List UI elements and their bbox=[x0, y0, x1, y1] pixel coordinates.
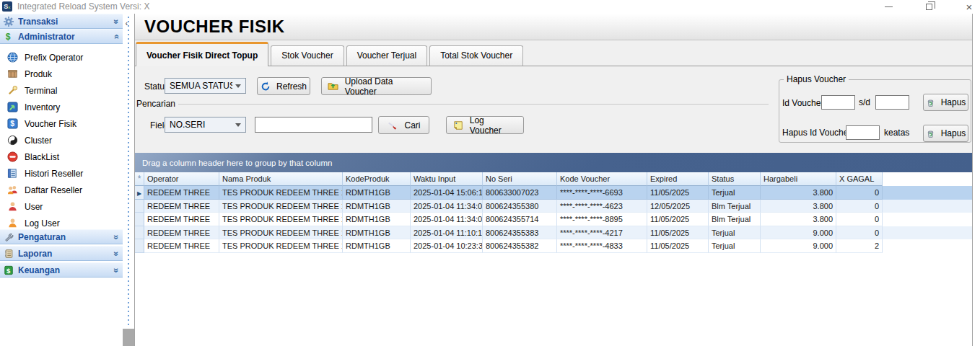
grid-cell-status[interactable]: Terjual bbox=[709, 239, 761, 253]
grid-cell-kode-voucher[interactable]: ****-****-****-6693 bbox=[557, 186, 647, 200]
grid-cell-kode-voucher[interactable]: ****-****-****-4833 bbox=[557, 239, 647, 253]
grid-cell-hargabeli[interactable]: 3.800 bbox=[761, 213, 836, 226]
grid-cell-expired[interactable]: 11/05/2025 bbox=[647, 186, 709, 200]
sidebar-item-blacklist[interactable]: BlackList bbox=[0, 148, 123, 165]
restore-button[interactable] bbox=[922, 1, 935, 13]
hapus-range-button[interactable]: Hapus bbox=[923, 94, 968, 111]
column-header-x-gagal[interactable]: X GAGAL bbox=[836, 172, 883, 186]
grid-row[interactable]: REDEEM THREETES PRODUK REDEEM THREE 1 GB… bbox=[135, 226, 972, 240]
grid-cell-status[interactable]: Blm Terjual bbox=[709, 213, 761, 226]
search-input[interactable] bbox=[255, 117, 372, 133]
minimize-button[interactable] bbox=[882, 1, 895, 13]
grid-cell-x-gagal[interactable]: 0 bbox=[836, 226, 883, 240]
grid-cell-kode-produk[interactable]: RDMTH1GB bbox=[343, 200, 411, 213]
grid-cell-x-gagal[interactable]: 0 bbox=[836, 200, 883, 213]
grid-cell-waktu-input[interactable]: 2025-01-04 11:34:0 bbox=[411, 213, 483, 226]
grid-cell-operator[interactable]: REDEEM THREE bbox=[144, 186, 219, 200]
column-header-no-seri[interactable]: No Seri bbox=[483, 172, 557, 186]
row-indicator-cell[interactable] bbox=[135, 213, 144, 226]
grid-cell-expired[interactable]: 11/05/2025 bbox=[647, 226, 709, 240]
cari-button[interactable]: Cari bbox=[378, 116, 429, 134]
sidebar-item-cluster[interactable]: Cluster bbox=[0, 132, 123, 148]
grid-cell-kode-voucher[interactable]: ****-****-****-4217 bbox=[557, 226, 647, 240]
grid-group-by-bar[interactable]: Drag a column header here to group by th… bbox=[135, 153, 972, 172]
grid-cell-no-seri[interactable]: 800624355383 bbox=[483, 226, 557, 240]
sidebar-section-transaksi[interactable]: Transaksi » bbox=[0, 14, 123, 29]
column-header-kodeproduk[interactable]: KodeProduk bbox=[343, 172, 411, 186]
upload-data-voucher-button[interactable]: Upload Data Voucher bbox=[321, 77, 432, 95]
grid-row[interactable]: REDEEM THREETES PRODUK REDEEM THREE 1 GB… bbox=[135, 239, 972, 253]
grid-cell-operator[interactable]: REDEEM THREE bbox=[144, 213, 219, 226]
refresh-button[interactable]: Refresh bbox=[257, 77, 310, 95]
column-header-status[interactable]: Status bbox=[709, 172, 761, 186]
sidebar-item-histori-reseller[interactable]: Histori Reseller bbox=[0, 165, 123, 182]
grid-cell-expired[interactable]: 12/05/2025 bbox=[647, 200, 709, 213]
sidebar-item-produk[interactable]: Produk bbox=[0, 66, 123, 82]
grid-cell-hargabeli[interactable]: 9.000 bbox=[761, 226, 836, 240]
grid-cell-expired[interactable]: 11/05/2025 bbox=[647, 213, 709, 226]
grid-cell-nama-produk[interactable]: TES PRODUK REDEEM THREE 1 GB bbox=[219, 186, 343, 200]
hapus-id-voucher-input[interactable] bbox=[846, 125, 880, 140]
grid-cell-status[interactable]: Terjual bbox=[709, 186, 761, 200]
grid-cell-waktu-input[interactable]: 2025-01-04 15:06:1 bbox=[411, 186, 483, 200]
grid-cell-x-gagal[interactable]: 0 bbox=[836, 186, 883, 200]
column-header-operator[interactable]: Operator bbox=[144, 172, 219, 186]
grid-cell-kode-produk[interactable]: RDMTH1GB bbox=[343, 186, 411, 200]
column-header-kode-voucher[interactable]: Kode Voucher bbox=[557, 172, 647, 186]
grid-cell-kode-voucher[interactable]: ****-****-****-8895 bbox=[557, 213, 647, 226]
grid-cell-operator[interactable]: REDEEM THREE bbox=[144, 239, 219, 253]
column-header-expired[interactable]: Expired bbox=[647, 172, 709, 186]
sidebar-section-administrator[interactable]: $ Administrator » bbox=[0, 29, 123, 44]
grid-row[interactable]: REDEEM THREETES PRODUK REDEEM THREE 1 GB… bbox=[135, 213, 972, 226]
grid-cell-kode-produk[interactable]: RDMTH1GB bbox=[343, 213, 411, 226]
grid-row[interactable]: ▶REDEEM THREETES PRODUK REDEEM THREE 1 G… bbox=[135, 186, 972, 200]
column-header-waktu-input[interactable]: Waktu Input bbox=[411, 172, 483, 186]
tab-voucher-fisik-direct-topup[interactable]: Voucher Fisik Direct Topup bbox=[136, 42, 268, 66]
tab-total-stok-voucher[interactable]: Total Stok Voucher bbox=[429, 45, 523, 66]
grid-cell-no-seri[interactable]: 800624355714 bbox=[483, 213, 557, 226]
grid-cell-waktu-input[interactable]: 2025-01-04 10:23:34 bbox=[411, 239, 483, 253]
grid-cell-kode-produk[interactable]: RDMTH1GB bbox=[343, 226, 411, 240]
grid-cell-kode-produk[interactable]: RDMTH1GB bbox=[343, 239, 411, 253]
grid-cell-nama-produk[interactable]: TES PRODUK REDEEM THREE 1 GB bbox=[219, 239, 343, 253]
sidebar-item-inventory[interactable]: Inventory bbox=[0, 99, 123, 115]
tab-voucher-terjual[interactable]: Voucher Terjual bbox=[346, 45, 428, 66]
grid-cell-operator[interactable]: REDEEM THREE bbox=[144, 200, 219, 213]
log-voucher-button[interactable]: Log Voucher bbox=[446, 116, 524, 134]
sidebar-section-laporan[interactable]: Laporan » bbox=[0, 246, 123, 261]
grid-cell-hargabeli[interactable]: 3.800 bbox=[761, 186, 836, 200]
row-indicator-cell[interactable] bbox=[135, 239, 144, 253]
grid-cell-x-gagal[interactable]: 2 bbox=[836, 239, 883, 253]
row-indicator-cell[interactable] bbox=[135, 226, 144, 240]
column-header-hargabeli[interactable]: Hargabeli bbox=[761, 172, 836, 186]
grid-cell-operator[interactable]: REDEEM THREE bbox=[144, 226, 219, 240]
grid-cell-x-gagal[interactable]: 0 bbox=[836, 213, 883, 226]
sidebar-splitter[interactable]: ‹ bbox=[123, 14, 134, 346]
tab-stok-voucher[interactable]: Stok Voucher bbox=[271, 45, 344, 66]
hapus-keatas-button[interactable]: Hapus bbox=[923, 125, 968, 142]
column-header-nama-produk[interactable]: Nama Produk bbox=[219, 172, 343, 186]
grid-cell-no-seri[interactable]: 800633007023 bbox=[483, 186, 557, 200]
grid-cell-status[interactable]: Blm Terjual bbox=[709, 200, 761, 213]
grid-cell-hargabeli[interactable]: 9.000 bbox=[761, 239, 836, 253]
grid-cell-nama-produk[interactable]: TES PRODUK REDEEM THREE 1 GB bbox=[219, 226, 343, 240]
sidebar-item-voucher-fisik[interactable]: $ Voucher Fisik bbox=[0, 115, 123, 132]
grid-cell-no-seri[interactable]: 800624355382 bbox=[483, 239, 557, 253]
id-voucher-from-input[interactable] bbox=[821, 95, 855, 110]
grid-cell-expired[interactable]: 11/05/2025 bbox=[647, 239, 709, 253]
id-voucher-to-input[interactable] bbox=[875, 95, 909, 110]
grid-cell-waktu-input[interactable]: 2025-01-04 11:10:18 bbox=[411, 226, 483, 240]
sidebar-item-terminal[interactable]: Terminal bbox=[0, 82, 123, 99]
status-dropdown[interactable]: SEMUA STATUS bbox=[165, 78, 246, 94]
sidebar-section-keuangan[interactable]: $ Keuangan » bbox=[0, 262, 123, 278]
sidebar-section-pengaturan[interactable]: Pengaturan » bbox=[0, 229, 123, 244]
sidebar-item-daftar-reseller[interactable]: Daftar Reseller bbox=[0, 182, 123, 198]
grid-cell-waktu-input[interactable]: 2025-01-04 11:34:0 bbox=[411, 200, 483, 213]
grid-cell-kode-voucher[interactable]: ****-****-****-4623 bbox=[557, 200, 647, 213]
row-indicator-cell[interactable]: ▶ bbox=[135, 186, 144, 200]
sidebar-item-user[interactable]: User bbox=[0, 198, 123, 215]
grid-cell-status[interactable]: Terjual bbox=[709, 226, 761, 240]
field-dropdown[interactable]: NO.SERI bbox=[165, 117, 246, 133]
row-indicator-header[interactable]: * bbox=[135, 172, 144, 186]
grid-cell-nama-produk[interactable]: TES PRODUK REDEEM THREE 1 GB bbox=[219, 213, 343, 226]
